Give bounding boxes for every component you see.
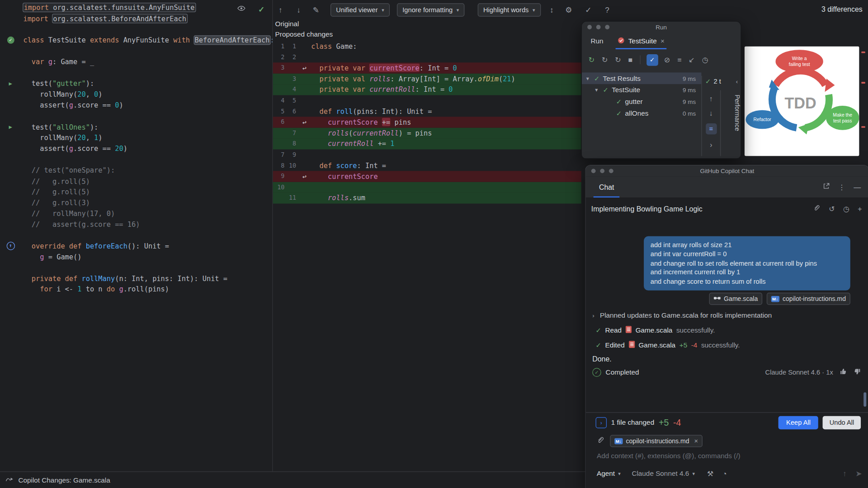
model-selector[interactable]: Claude Sonnet 4.6 (632, 470, 689, 478)
revert-chunk-icon[interactable]: ↩ (302, 64, 307, 72)
import-results-icon[interactable]: ↙ (689, 56, 694, 64)
formatting-dropdown[interactable]: Ignore formatting ▾ (397, 3, 465, 16)
check-icon: ✓ (596, 342, 601, 349)
test-tree-item[interactable]: ▾✓Test Results9 ms (582, 72, 701, 84)
minimize-icon[interactable]: — (854, 183, 861, 191)
copilot-titlebar[interactable]: GitHub Copilot Chat (586, 165, 868, 176)
thumbs-up-icon[interactable] (840, 368, 847, 377)
step-suffix: successfully. (701, 342, 740, 349)
tab-performance[interactable]: Performance (720, 90, 741, 156)
tab-run[interactable]: Run (591, 33, 604, 49)
planned-updates-row[interactable]: › Planned updates to Game.scala for roll… (592, 311, 772, 319)
rerun-failed-icon[interactable]: ↻ (602, 56, 608, 64)
new-chat-icon[interactable]: + (858, 204, 862, 212)
tab-chat[interactable]: Chat (594, 177, 620, 198)
navigate-up-icon[interactable]: ↑ (709, 94, 713, 103)
attachment-chip-instructions[interactable]: M↓ copilot-instructions.md (767, 293, 850, 305)
copilot-status-icon[interactable] (5, 476, 14, 484)
edit-icon[interactable]: ✎ (313, 5, 319, 15)
tab-testsuite[interactable]: TestSuite × (618, 33, 664, 49)
test-name: allOnes (625, 109, 649, 117)
kebab-menu-icon[interactable]: ⋮ (838, 183, 845, 191)
completed-label: Completed (606, 369, 639, 376)
run-test-gutter-icon[interactable]: ▶ (9, 78, 12, 89)
close-icon[interactable]: × (660, 37, 665, 45)
help-icon[interactable]: ? (605, 5, 609, 15)
chevron-left-icon[interactable]: ‹ (736, 78, 739, 85)
chevron-right-icon: › (592, 312, 594, 319)
undo-all-button[interactable]: Undo All (823, 416, 861, 429)
revert-chunk-icon[interactable]: ↩ (302, 118, 307, 126)
highlighting-level-eye-icon[interactable] (237, 5, 246, 14)
scrollbar-thumb[interactable] (863, 392, 866, 407)
next-difference-icon[interactable]: ↓ (297, 5, 301, 15)
history-clock-icon[interactable]: ◷ (843, 204, 849, 212)
run-test-gutter-icon[interactable]: ▶ (9, 122, 12, 132)
run-titlebar[interactable]: Run (582, 22, 741, 33)
test-history-icon[interactable]: ◷ (702, 56, 708, 64)
diff-row: 79 (273, 150, 581, 160)
test-passed-gutter-icon[interactable]: ✓ (7, 37, 14, 44)
highlight-label: Highlight words (483, 6, 528, 14)
stop-icon[interactable]: ■ (628, 56, 632, 64)
remove-chip-icon[interactable]: × (694, 437, 698, 445)
navigate-down-icon[interactable]: ↓ (709, 109, 713, 117)
collapse-unchanged-icon[interactable]: ↕ (550, 5, 554, 15)
override-gutter-icon[interactable]: ↑ (6, 242, 14, 250)
send-icon[interactable]: ➤ (855, 469, 862, 478)
attach-context-icon[interactable] (597, 436, 604, 446)
chevron-down-icon[interactable]: ▾ (586, 75, 594, 81)
gutter (1, 263, 20, 273)
voice-input-icon[interactable]: ↑ (843, 469, 847, 478)
test-tree-item[interactable]: ✓allOnes0 ms (582, 108, 701, 119)
rerun-icon[interactable]: ↻ (589, 56, 594, 64)
message-line: and change score to return sum of rolls (651, 277, 844, 286)
test-passed-icon: ✓ (603, 86, 608, 94)
highlight-dropdown[interactable]: Highlight words ▾ (478, 3, 541, 16)
error-stripe-mark[interactable] (861, 126, 865, 128)
context-chip-instructions[interactable]: M↓ copilot-instructions.md × (610, 435, 703, 447)
mode-selector[interactable]: Agent (597, 470, 615, 478)
svg-text:Make the: Make the (833, 113, 852, 117)
filter-icon[interactable]: ≡ (706, 123, 717, 134)
chevron-right-icon[interactable]: › (710, 141, 712, 149)
settings-gear-icon[interactable]: ⚙ (565, 5, 572, 15)
gutter (1, 100, 20, 111)
show-ignored-icon[interactable]: ⊘ (664, 56, 670, 64)
error-stripe-mark[interactable] (861, 52, 865, 53)
thumbs-down-icon[interactable] (854, 368, 861, 377)
window-controls[interactable] (591, 169, 613, 173)
test-passed-icon: ✓ (616, 98, 622, 105)
viewer-mode-dropdown[interactable]: Unified viewer ▾ (330, 3, 390, 16)
diff-marker (298, 106, 311, 117)
revert-chunk-icon[interactable]: ↩ (302, 173, 307, 180)
apply-check-icon[interactable]: ✓ (585, 5, 591, 15)
step-file-link[interactable]: Game.scala (638, 342, 675, 349)
tools-icon[interactable]: ⚒ (707, 469, 713, 478)
attach-icon[interactable] (813, 204, 821, 213)
test-tree-item[interactable]: ✓gutter9 ms (582, 96, 701, 108)
chevron-down-icon[interactable]: ▾ (595, 87, 603, 93)
show-passed-icon[interactable]: ✓ (646, 54, 658, 66)
code-line: // g.roll(5) (0, 176, 272, 187)
previous-difference-icon[interactable]: ↑ (278, 5, 283, 15)
usage-quota-icon[interactable]: ◔ (722, 469, 727, 478)
chat-input[interactable] (596, 451, 863, 460)
error-stripe-mark[interactable] (861, 82, 865, 84)
open-in-editor-icon[interactable] (823, 183, 830, 192)
inspections-ok-icon[interactable]: ✓ (258, 5, 264, 14)
window-controls[interactable] (587, 25, 609, 29)
keep-all-button[interactable]: Keep All (778, 416, 818, 429)
sort-alphabetically-icon[interactable]: ≡ (677, 56, 681, 64)
test-tree-item[interactable]: ▾✓TestSuite9 ms (582, 84, 701, 96)
expand-changes-button[interactable]: › (596, 417, 607, 428)
diff-row: 810 def score: Int = (273, 160, 581, 171)
old-line-number: 7 (273, 150, 286, 160)
undo-icon[interactable]: ↺ (829, 204, 835, 212)
old-line-number: 2 (273, 52, 286, 63)
step-read: ✓ Read Game.scala successfully. (596, 326, 715, 335)
auto-test-icon[interactable]: ↻ (615, 56, 621, 64)
attachment-chip-game-scala[interactable]: Game.scala (709, 293, 762, 305)
diff-marker (298, 95, 311, 106)
step-file-link[interactable]: Game.scala (636, 326, 673, 334)
